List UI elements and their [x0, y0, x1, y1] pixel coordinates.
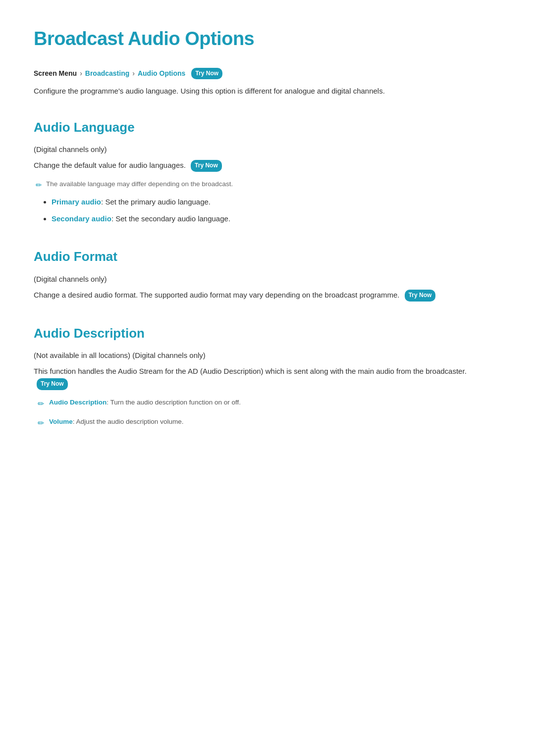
- breadcrumb-try-now-badge[interactable]: Try Now: [191, 68, 222, 79]
- audio-description-note-link[interactable]: Audio Description: [49, 399, 107, 406]
- section-title-audio-description: Audio Description: [34, 323, 501, 344]
- audio-description-notes: ✏ Audio Description: Turn the audio desc…: [34, 397, 501, 429]
- section-desc-audio-description: This function handles the Audio Stream f…: [34, 365, 501, 390]
- bullet-secondary-audio: Secondary audio: Set the secondary audio…: [52, 213, 501, 225]
- section-subtitle-audio-format: (Digital channels only): [34, 273, 501, 285]
- breadcrumb: Screen Menu › Broadcasting › Audio Optio…: [34, 68, 501, 79]
- audio-language-note: ✏ The available language may differ depe…: [34, 179, 501, 191]
- section-subtitle-audio-language: (Digital channels only): [34, 144, 501, 155]
- primary-audio-link[interactable]: Primary audio: [52, 198, 101, 206]
- primary-audio-text: : Set the primary audio language.: [101, 198, 211, 206]
- pencil-icon-note: ✏: [36, 179, 42, 191]
- section-title-audio-language: Audio Language: [34, 117, 501, 138]
- pencil-icon-volume: ✏: [38, 417, 44, 430]
- volume-note-text: : Adjust the audio description volume.: [73, 418, 184, 425]
- audio-description-try-now-badge[interactable]: Try Now: [37, 378, 68, 390]
- intro-text: Configure the programme's audio language…: [34, 85, 501, 98]
- audio-language-bullets: Primary audio: Set the primary audio lan…: [34, 196, 501, 225]
- secondary-audio-text: : Set the secondary audio language.: [111, 214, 230, 223]
- breadcrumb-screen-menu: Screen Menu: [34, 68, 77, 79]
- page-title: Broadcast Audio Options: [34, 24, 501, 54]
- breadcrumb-broadcasting[interactable]: Broadcasting: [85, 68, 129, 79]
- breadcrumb-audio-options[interactable]: Audio Options: [138, 68, 185, 79]
- pencil-note-volume: ✏ Volume: Adjust the audio description v…: [38, 416, 501, 430]
- section-audio-format: Audio Format (Digital channels only) Cha…: [34, 247, 501, 302]
- pencil-note-audio-description: ✏ Audio Description: Turn the audio desc…: [38, 397, 501, 410]
- audio-description-note-text: : Turn the audio description function on…: [107, 399, 241, 406]
- breadcrumb-separator-1: ›: [80, 68, 82, 79]
- pencil-icon-ad: ✏: [38, 398, 44, 410]
- section-desc-audio-format: Change a desired audio format. The suppo…: [34, 289, 501, 302]
- bullet-primary-audio: Primary audio: Set the primary audio lan…: [52, 196, 501, 208]
- audio-format-try-now-badge[interactable]: Try Now: [405, 290, 436, 302]
- secondary-audio-link[interactable]: Secondary audio: [52, 214, 111, 223]
- section-desc-audio-language: Change the default value for audio langu…: [34, 159, 501, 172]
- section-subtitle-audio-description: (Not available in all locations) (Digita…: [34, 350, 501, 361]
- section-title-audio-format: Audio Format: [34, 247, 501, 267]
- volume-note-link[interactable]: Volume: [49, 418, 73, 425]
- section-audio-language: Audio Language (Digital channels only) C…: [34, 117, 501, 225]
- breadcrumb-separator-2: ›: [132, 68, 135, 79]
- audio-language-try-now-badge[interactable]: Try Now: [191, 160, 222, 172]
- section-audio-description: Audio Description (Not available in all …: [34, 323, 501, 429]
